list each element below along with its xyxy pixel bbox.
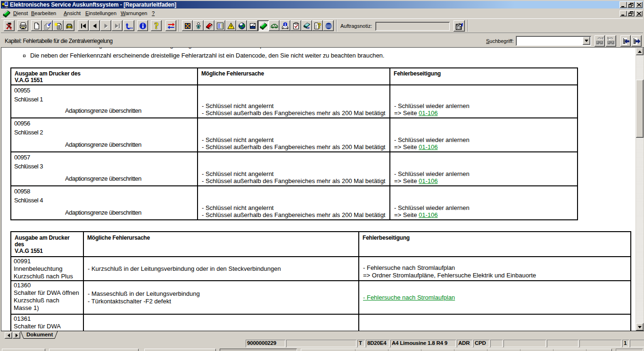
menu-ansicht[interactable]: Ansicht xyxy=(64,10,81,16)
auftragsnotiz-input[interactable] xyxy=(375,22,450,31)
gauge-icon xyxy=(249,22,256,30)
table-row: 01360 Schalter für DWA öffnen Kurzschluß… xyxy=(11,281,631,314)
link-seite-01-106[interactable]: 01-106 xyxy=(419,109,438,117)
new-note-button[interactable] xyxy=(53,20,64,31)
manual-button[interactable] xyxy=(204,20,215,31)
nav-last-button[interactable] xyxy=(112,20,123,31)
taskbar-button[interactable] xyxy=(301,349,612,351)
menu-warnungen[interactable]: Warnungen xyxy=(121,10,147,16)
tab-scroll-left-button[interactable] xyxy=(5,332,12,339)
minimize-button[interactable] xyxy=(619,1,627,8)
link-seite-01-106[interactable]: 01-106 xyxy=(419,211,438,218)
question-icon: ? xyxy=(153,22,160,30)
warning-button[interactable] xyxy=(225,20,236,31)
restore-button[interactable] xyxy=(627,1,635,8)
green-book-icon[interactable] xyxy=(3,10,10,17)
nav-next-button[interactable] xyxy=(100,20,111,31)
return-button[interactable] xyxy=(124,20,134,31)
scroll-down-button[interactable] xyxy=(636,323,644,331)
minimize-icon xyxy=(621,11,626,16)
globe-button[interactable] xyxy=(236,20,247,31)
t1-header-col3: Fehlerbeseitigung xyxy=(390,68,578,85)
table-row: 00956Schlüssel 2Adaptionsgrenze überschr… xyxy=(11,118,578,152)
nav-prev-button[interactable] xyxy=(89,20,100,31)
table-row: 00955Schlüssel 1Adaptionsgrenze überschr… xyxy=(11,85,578,118)
menu-hilfe[interactable]: ? xyxy=(152,10,155,16)
title-bar: Elektronisches Service Auskunftssystem -… xyxy=(1,1,643,8)
combobox-dropdown-button[interactable] xyxy=(583,37,590,45)
close-button[interactable] xyxy=(635,1,643,8)
status-panel-empty4 xyxy=(547,340,578,347)
status-panel-empty3 xyxy=(504,340,546,347)
fault-table-1: Ausgabe am Drucker des V.A.G 1551 Möglic… xyxy=(10,67,578,220)
scrollbar-thumb[interactable] xyxy=(636,80,644,138)
info-icon xyxy=(139,22,147,30)
elsa-app-icon-image xyxy=(1,1,9,8)
table-row: 00991 Innenbeleuchtung Kurzschluß nach P… xyxy=(11,257,631,281)
checklist-button[interactable] xyxy=(290,20,301,31)
new-document-button[interactable] xyxy=(31,20,42,31)
red-book-icon xyxy=(206,22,213,30)
menu-einstellungen[interactable]: Einstellungen xyxy=(85,10,116,16)
blank-page-icon xyxy=(33,22,41,30)
search-prev-button[interactable] xyxy=(606,35,616,47)
close-icon xyxy=(637,12,641,16)
table-row: 00957Schlüssel 3Adaptionsgrenze überschr… xyxy=(11,152,578,186)
menu-bearbeiten[interactable]: Bearbeiten xyxy=(31,10,56,16)
menu-bar: Dienst Bearbeiten Ansicht Einstellungen … xyxy=(1,8,643,18)
toolbar-separator xyxy=(336,20,337,32)
mdi-restore-button[interactable] xyxy=(627,10,635,17)
suchbegriff-combobox[interactable] xyxy=(516,36,591,46)
clipboard-check-icon xyxy=(292,22,300,30)
square-bullet-icon xyxy=(23,55,25,57)
customer-button[interactable] xyxy=(193,20,204,31)
status-panel-model: A4 Limousine 1.8 R4 9 xyxy=(390,340,456,347)
arrow-left-icon xyxy=(8,334,10,337)
repair-manual-button[interactable] xyxy=(258,20,269,31)
taskbar-button[interactable] xyxy=(2,349,45,351)
taskbar-divider xyxy=(553,349,553,351)
print-button[interactable] xyxy=(17,20,28,31)
link-fehlersuche-stromlaufplan[interactable]: - Fehlersuche nach Stromlaufplan xyxy=(363,294,455,301)
order-note-button[interactable] xyxy=(454,20,465,32)
next-document-button[interactable] xyxy=(631,35,642,47)
mdi-close-button[interactable] xyxy=(635,10,643,17)
nav-first-button[interactable] xyxy=(78,20,89,31)
link-seite-01-106[interactable]: 01-106 xyxy=(419,177,438,184)
vertical-scrollbar[interactable] xyxy=(636,48,644,331)
status-bar: 9000000229 T 8D20E4 A4 Limousine 1.8 R4 … xyxy=(1,340,644,348)
table-row: 00958Schlüssel 4Adaptionsgrenze überschr… xyxy=(11,186,578,220)
info-button[interactable] xyxy=(137,20,148,31)
vehicle-info-button[interactable] xyxy=(280,20,290,31)
tab-dokument[interactable]: Dokument xyxy=(21,331,58,339)
car-info-icon xyxy=(281,22,289,30)
taskbar-button[interactable] xyxy=(144,349,216,351)
mdi-minimize-button[interactable] xyxy=(619,10,627,17)
link-seite-01-106[interactable]: 01-106 xyxy=(419,143,438,150)
status-panel-empty6 xyxy=(630,340,644,347)
taskbar-divider xyxy=(388,349,388,351)
settings-list-button[interactable] xyxy=(215,20,225,31)
teal-docs-button[interactable] xyxy=(301,20,312,31)
web-button[interactable] xyxy=(323,20,334,31)
svg-text:?: ? xyxy=(317,22,321,30)
copy-check-button[interactable] xyxy=(42,20,53,31)
taskbar-button-active[interactable] xyxy=(220,349,297,351)
exit-button[interactable] xyxy=(4,20,15,31)
exit-icon xyxy=(6,22,13,30)
dropdown-arrow-icon xyxy=(585,40,588,42)
taskbar-button[interactable] xyxy=(49,349,139,351)
menu-dienst[interactable]: Dienst xyxy=(13,10,28,16)
gauge-button[interactable] xyxy=(247,20,258,31)
doc-help-button[interactable]: ? xyxy=(312,20,323,31)
help-button[interactable]: ? xyxy=(151,20,162,31)
vehicle-button[interactable] xyxy=(64,20,74,31)
search-next-button[interactable] xyxy=(594,35,605,47)
tab-scroll-right-button[interactable] xyxy=(13,332,20,339)
prev-document-button[interactable] xyxy=(620,35,631,47)
swap-button[interactable] xyxy=(165,20,176,31)
matrix-button[interactable] xyxy=(182,20,193,31)
scroll-up-button[interactable] xyxy=(636,48,644,55)
close-icon xyxy=(637,3,641,7)
green-car-button[interactable] xyxy=(269,20,280,31)
